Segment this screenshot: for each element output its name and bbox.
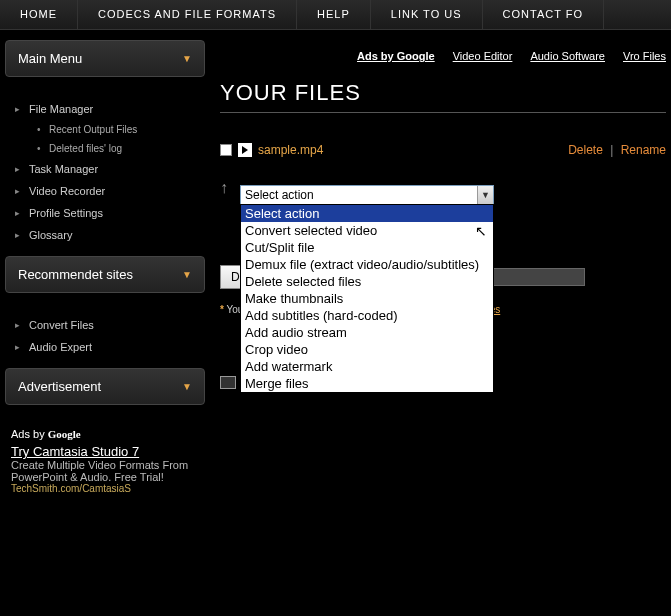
adlink-video-editor[interactable]: Video Editor (453, 50, 513, 62)
option-thumbnails[interactable]: Make thumbnails (241, 290, 493, 307)
ad-description: Create Multiple Video Formats From Power… (11, 459, 199, 483)
ads-by-google-label: Ads by Google (11, 428, 199, 440)
file-name-link[interactable]: sample.mp4 (258, 143, 323, 157)
option-select-action[interactable]: Select action (241, 205, 493, 222)
option-delete-files[interactable]: Delete selected files (241, 273, 493, 290)
action-select-value: Select action (245, 188, 314, 202)
action-select-area: ↑ Select action ▼ Select action Convert … (240, 185, 666, 205)
ad-links-row: Ads by Google Video Editor Audio Softwar… (220, 40, 666, 80)
page-title: YOUR FILES (220, 80, 666, 113)
main-menu-title: Main Menu (18, 51, 82, 66)
adlink-audio-software[interactable]: Audio Software (530, 50, 605, 62)
top-nav: HOME CODECS AND FILE FORMATS HELP LINK T… (0, 0, 671, 30)
adlink-vro-files[interactable]: Vro Files (623, 50, 666, 62)
ads-by-google-link[interactable]: Ads by Google (357, 50, 435, 62)
file-actions: Delete | Rename (568, 143, 666, 157)
nav-home[interactable]: HOME (0, 0, 78, 29)
sidebar: Main Menu ▼ File Manager Recent Output F… (5, 40, 205, 502)
dropdown-button[interactable]: ▼ (477, 186, 493, 204)
option-cut-split[interactable]: Cut/Split file (241, 239, 493, 256)
ad-block: Ads by Google Try Camtasia Studio 7 Crea… (5, 420, 205, 502)
rename-input[interactable] (485, 268, 585, 286)
option-crop-video[interactable]: Crop video (241, 341, 493, 358)
menu-profile-settings[interactable]: Profile Settings (5, 202, 205, 224)
rename-link[interactable]: Rename (621, 143, 666, 157)
link-convert-files[interactable]: Convert Files (5, 314, 205, 336)
menu-task-manager[interactable]: Task Manager (5, 158, 205, 180)
up-arrow-icon: ↑ (220, 179, 228, 197)
nav-help[interactable]: HELP (297, 0, 371, 29)
play-icon[interactable] (238, 143, 252, 157)
separator: | (610, 143, 613, 157)
menu-file-manager[interactable]: File Manager (5, 98, 205, 120)
nav-codecs[interactable]: CODECS AND FILE FORMATS (78, 0, 297, 29)
chevron-down-icon[interactable]: ▼ (182, 53, 192, 64)
option-add-audio[interactable]: Add audio stream (241, 324, 493, 341)
submenu-recent-output[interactable]: Recent Output Files (5, 120, 205, 139)
option-add-subtitles[interactable]: Add subtitles (hard-coded) (241, 307, 493, 324)
chevron-down-icon[interactable]: ▼ (182, 269, 192, 280)
chevron-down-icon[interactable]: ▼ (182, 381, 192, 392)
nav-link-to-us[interactable]: LINK TO US (371, 0, 483, 29)
option-add-watermark[interactable]: Add watermark (241, 358, 493, 375)
delete-link[interactable]: Delete (568, 143, 603, 157)
file-checkbox[interactable] (220, 144, 232, 156)
submenu-deleted-log[interactable]: Deleted files' log (5, 139, 205, 158)
advert-panel: Advertisement ▼ (5, 368, 205, 405)
main-content: Ads by Google Video Editor Audio Softwar… (220, 40, 666, 502)
advert-title: Advertisement (18, 379, 101, 394)
action-dropdown: Select action Convert selected video Cut… (240, 204, 494, 393)
option-merge-files[interactable]: Merge files (241, 375, 493, 392)
option-convert-video[interactable]: Convert selected video (241, 222, 493, 239)
main-menu-panel: Main Menu ▼ (5, 40, 205, 77)
link-audio-expert[interactable]: Audio Expert (5, 336, 205, 358)
nav-contact[interactable]: CONTACT FO (483, 0, 604, 29)
rec-sites-panel: Recommendet sites ▼ (5, 256, 205, 293)
rec-sites-list: Convert Files Audio Expert (5, 308, 205, 368)
folder-icon (220, 376, 236, 389)
rec-sites-title: Recommendet sites (18, 267, 133, 282)
menu-video-recorder[interactable]: Video Recorder (5, 180, 205, 202)
ad-url[interactable]: TechSmith.com/CamtasiaS (11, 483, 199, 494)
menu-glossary[interactable]: Glossary (5, 224, 205, 246)
ad-title-link[interactable]: Try Camtasia Studio 7 (11, 444, 199, 459)
option-demux[interactable]: Demux file (extract video/audio/subtitle… (241, 256, 493, 273)
main-menu-list: File Manager Recent Output Files Deleted… (5, 92, 205, 256)
asterisk: * (220, 304, 224, 315)
action-select[interactable]: Select action ▼ (240, 185, 494, 205)
file-row: sample.mp4 Delete | Rename (220, 143, 666, 157)
